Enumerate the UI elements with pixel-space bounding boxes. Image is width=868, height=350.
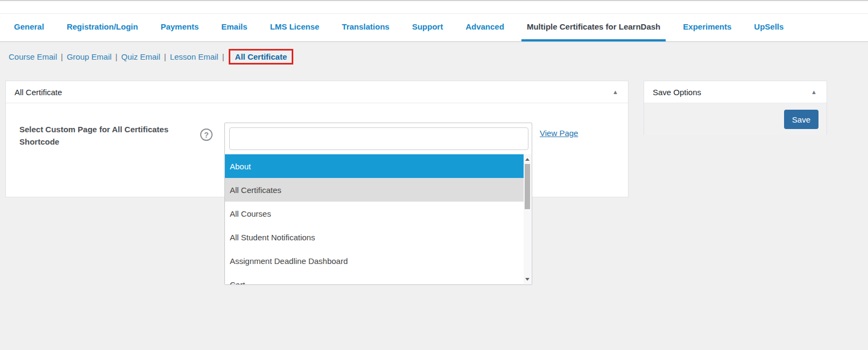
tab-lms-license[interactable]: LMS License (265, 14, 325, 41)
tab-advanced[interactable]: Advanced (460, 14, 510, 41)
settings-tabs: General Registration/Login Payments Emai… (0, 13, 868, 41)
panel-collapse-button[interactable]: ▲ (611, 88, 619, 96)
subnav-separator: | (222, 52, 224, 61)
dropdown-option-all-student-notifications[interactable]: All Student Notifications (225, 225, 524, 249)
tab-multiple-certificates-for-learndash[interactable]: Multiple Certificates for LearnDash (521, 14, 666, 41)
scroll-down-icon[interactable] (524, 275, 531, 283)
save-button[interactable]: Save (784, 110, 818, 129)
subnav-separator: | (115, 52, 117, 61)
tab-upsells[interactable]: UpSells (749, 14, 789, 41)
subnav-item-lesson-email[interactable]: Lesson Email (170, 52, 218, 61)
dropdown-option-all-courses[interactable]: All Courses (225, 202, 524, 225)
dropdown-option-about[interactable]: About (225, 154, 524, 178)
tab-general[interactable]: General (9, 14, 50, 41)
tab-experiments[interactable]: Experiments (678, 14, 737, 41)
scrollbar-thumb[interactable] (525, 164, 530, 209)
subnav-separator: | (61, 52, 63, 61)
field-label: Select Custom Page for All Certificates … (19, 123, 187, 148)
certificate-subnav: Course Email | Group Email | Quiz Email … (9, 48, 293, 65)
help-icon[interactable]: ? (200, 128, 213, 141)
save-options-body: Save (644, 103, 827, 135)
dropdown-option-all-certificates[interactable]: All Certificates (225, 178, 524, 202)
save-options-panel-header: Save Options ▲ (644, 81, 827, 103)
tab-payments[interactable]: Payments (155, 14, 204, 41)
subnav-item-quiz-email[interactable]: Quiz Email (121, 52, 160, 61)
view-page-link[interactable]: View Page (540, 128, 578, 138)
dropdown-scrollbar[interactable] (524, 154, 531, 284)
subnav-item-all-certificate[interactable]: All Certificate (235, 52, 287, 61)
tab-translations[interactable]: Translations (336, 14, 394, 41)
subnav-item-course-email[interactable]: Course Email (9, 52, 57, 61)
dropdown-search-input[interactable] (229, 127, 528, 150)
save-options-panel: Save Options ▲ Save (644, 81, 827, 135)
dropdown-results-list: About All Certificates All Courses All S… (225, 154, 524, 284)
page-select-dropdown: About All Certificates All Courses All S… (224, 123, 532, 285)
admin-header: General Registration/Login Payments Emai… (0, 0, 868, 42)
all-certificate-panel-header: All Certificate ▲ (6, 81, 628, 103)
scroll-up-icon[interactable] (524, 155, 531, 163)
collapse-arrow-icon: ▲ (811, 89, 817, 95)
save-panel-collapse-button[interactable]: ▲ (810, 88, 818, 96)
dropdown-option-assignment-deadline-dashboard[interactable]: Assignment Deadline Dashboard (225, 249, 524, 273)
save-options-title: Save Options (653, 88, 701, 97)
dropdown-option-cart[interactable]: Cart (225, 273, 524, 284)
collapse-arrow-icon: ▲ (612, 89, 618, 95)
annotation-highlight-box: All Certificate (229, 49, 294, 65)
tab-emails[interactable]: Emails (216, 14, 252, 41)
tab-registration-login[interactable]: Registration/Login (61, 14, 144, 41)
subnav-item-group-email[interactable]: Group Email (67, 52, 111, 61)
panel-title: All Certificate (15, 88, 62, 97)
tab-support[interactable]: Support (407, 14, 449, 41)
subnav-separator: | (164, 52, 166, 61)
